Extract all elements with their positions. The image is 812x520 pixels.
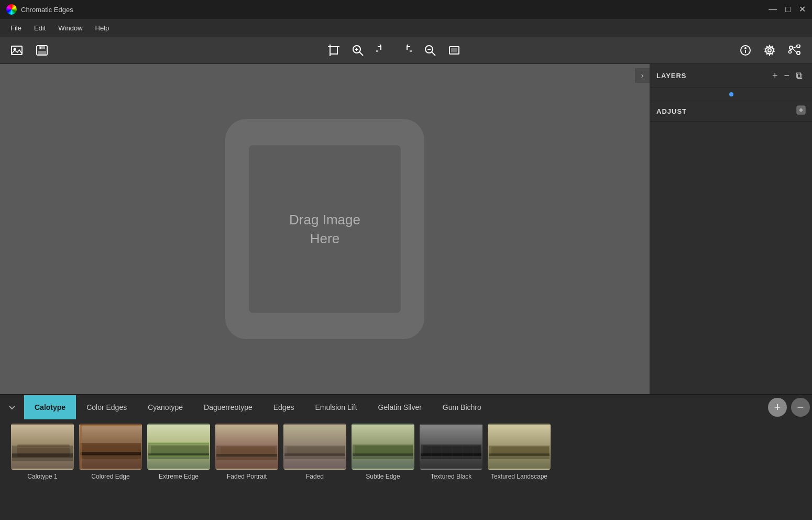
menu-file[interactable]: File (4, 21, 28, 35)
svg-point-24 (797, 51, 800, 55)
preset-thumb-subtle-edge (352, 424, 414, 470)
svg-point-23 (797, 45, 800, 48)
tab-calotype[interactable]: Calotype (24, 395, 76, 419)
svg-rect-0 (12, 46, 22, 55)
preset-label-colored-edge: Colored Edge (91, 473, 129, 481)
svg-point-21 (768, 49, 771, 52)
app-icon (6, 4, 17, 15)
svg-line-25 (793, 47, 797, 48)
info-button[interactable] (736, 41, 755, 59)
tab-cyanotype[interactable]: Cyanotype (137, 395, 193, 419)
toolbar (0, 37, 812, 64)
minimize-button[interactable]: — (769, 5, 777, 14)
preset-extreme-edge[interactable]: Extreme Edge (145, 424, 213, 481)
preset-label-textured-landscape: Textured Landscape (491, 473, 547, 481)
toolbar-right (736, 41, 806, 59)
svg-rect-42 (80, 469, 142, 470)
preset-thumb-faded (283, 424, 346, 470)
tab-daguerreotype[interactable]: Daguerreotype (193, 395, 263, 419)
layers-indicator-dot (729, 92, 733, 96)
maximize-button[interactable]: □ (785, 5, 791, 14)
preset-add-button[interactable]: + (768, 398, 787, 417)
right-panel: LAYERS + − ⧉ ADJUST (650, 64, 812, 394)
preset-faded[interactable]: Faded (281, 424, 349, 481)
svg-rect-53 (284, 453, 346, 456)
preset-label-textured-black: Textured Black (431, 473, 472, 481)
svg-rect-41 (80, 425, 142, 426)
menu-bar: File Edit Window Help (0, 19, 812, 37)
drop-text: Drag Image Here (289, 210, 360, 248)
adjust-panel-header: ADJUST (650, 101, 812, 122)
open-image-button[interactable] (6, 41, 27, 59)
preset-thumb-faded-portrait (215, 424, 278, 470)
svg-rect-33 (15, 447, 72, 448)
crop-tool-button[interactable] (324, 41, 344, 59)
preset-thumb-extreme-edge (147, 424, 210, 470)
tab-emulsion-lift[interactable]: Emulsion Lift (304, 395, 367, 419)
rotate-left-button[interactable] (372, 41, 392, 59)
layers-title: LAYERS (656, 72, 769, 80)
preset-label-extreme-edge: Extreme Edge (159, 473, 199, 481)
zoom-in-button[interactable] (348, 41, 368, 59)
layers-panel-header: LAYERS + − ⧉ (650, 64, 812, 88)
zoom-out-button[interactable] (420, 41, 440, 59)
presets-row: Calotype 1 Colored Edge (0, 419, 812, 520)
title-bar-left: Chromatic Edges (6, 4, 73, 15)
layers-add-button[interactable]: + (769, 69, 781, 82)
svg-point-22 (789, 46, 793, 49)
preset-remove-button[interactable]: − (791, 398, 810, 417)
save-button[interactable] (31, 41, 52, 59)
preset-thumb-textured-landscape (488, 424, 551, 470)
preset-thumb-textured-black (420, 424, 482, 470)
fit-screen-button[interactable] (444, 41, 464, 59)
layers-remove-button[interactable]: − (781, 69, 793, 82)
preset-thumb-calotype1 (11, 424, 74, 470)
layers-dot-row (650, 88, 812, 101)
drop-outer: Drag Image Here (225, 119, 424, 339)
tab-color-edges[interactable]: Color Edges (76, 395, 137, 419)
canvas-area: › Drag Image Here (0, 64, 650, 394)
panel-toggle-button[interactable]: › (635, 68, 650, 83)
svg-rect-39 (80, 425, 82, 470)
title-bar: Chromatic Edges — □ ✕ (0, 0, 812, 19)
tabs-collapse-button[interactable] (0, 395, 24, 419)
svg-rect-17 (452, 49, 457, 52)
bottom-tabs-row: Calotype Color Edges Cyanotype Daguerreo… (0, 395, 812, 419)
drop-inner: Drag Image Here (249, 145, 401, 313)
menu-help[interactable]: Help (89, 21, 116, 35)
svg-line-26 (793, 49, 797, 52)
tab-gum-bichro[interactable]: Gum Bichro (432, 395, 492, 419)
canvas-drop-zone[interactable]: Drag Image Here (0, 64, 650, 394)
rotate-right-button[interactable] (396, 41, 416, 59)
settings-button[interactable] (760, 41, 780, 59)
main-layout: › Drag Image Here LAYERS + − ⧉ ADJUST (0, 64, 812, 394)
preset-faded-portrait[interactable]: Faded Portrait (213, 424, 281, 481)
preset-textured-black[interactable]: Textured Black (417, 424, 485, 481)
svg-rect-32 (12, 453, 74, 457)
svg-rect-4 (38, 51, 46, 55)
share-button[interactable] (784, 41, 806, 59)
svg-line-14 (432, 52, 435, 56)
svg-rect-56 (353, 453, 414, 456)
svg-rect-40 (141, 425, 142, 470)
tab-edges[interactable]: Edges (263, 395, 305, 419)
adjust-icon (796, 105, 806, 117)
preset-calotype1[interactable]: Calotype 1 (8, 424, 76, 481)
tab-gelatin-silver[interactable]: Gelatin Silver (368, 395, 432, 419)
svg-rect-6 (330, 47, 337, 54)
adjust-panel-content (650, 122, 812, 394)
preset-textured-landscape[interactable]: Textured Landscape (485, 424, 553, 481)
close-button[interactable]: ✕ (799, 5, 806, 14)
preset-thumb-colored-edge (79, 424, 142, 470)
preset-label-faded: Faded (306, 473, 324, 481)
layers-copy-button[interactable]: ⧉ (793, 69, 806, 82)
svg-rect-68 (489, 453, 551, 456)
bottom-panel: Calotype Color Edges Cyanotype Daguerreo… (0, 394, 812, 520)
menu-edit[interactable]: Edit (28, 21, 52, 35)
menu-window[interactable]: Window (52, 21, 89, 35)
svg-rect-50 (216, 454, 278, 457)
svg-point-20 (745, 48, 746, 49)
preset-colored-edge[interactable]: Colored Edge (76, 424, 145, 481)
preset-subtle-edge[interactable]: Subtle Edge (349, 424, 417, 481)
app-title: Chromatic Edges (21, 6, 73, 14)
